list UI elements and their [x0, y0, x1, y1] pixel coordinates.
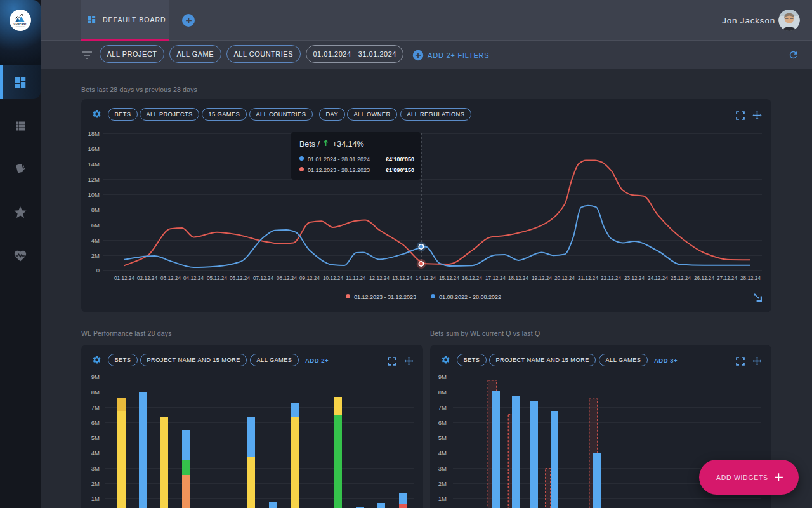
svg-text:CONSULTING: CONSULTING [16, 25, 25, 27]
